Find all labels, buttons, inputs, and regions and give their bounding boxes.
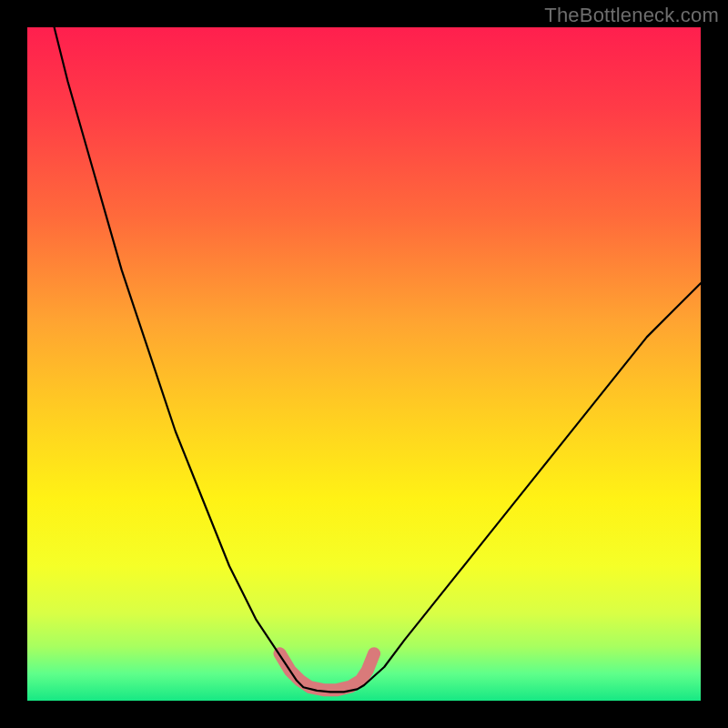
gradient-background bbox=[27, 27, 701, 701]
watermark-text: TheBottleneck.com bbox=[544, 4, 719, 27]
chart-frame: TheBottleneck.com bbox=[0, 0, 728, 728]
plot-area bbox=[27, 27, 701, 701]
bottleneck-curve-chart bbox=[27, 27, 701, 701]
